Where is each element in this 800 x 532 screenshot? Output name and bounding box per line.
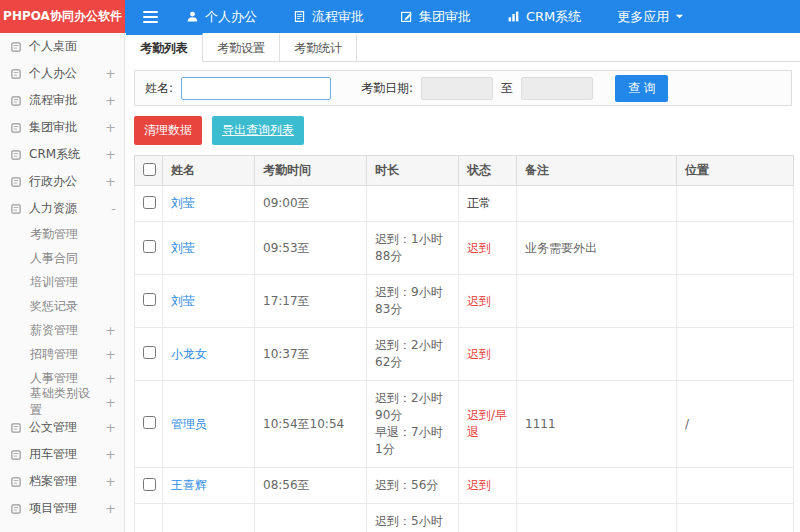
group-approve-icon bbox=[10, 122, 22, 134]
expand-toggle-icon[interactable]: + bbox=[105, 120, 116, 135]
menu-toggle-icon[interactable] bbox=[143, 11, 158, 23]
employee-name-link[interactable]: 小龙女 bbox=[171, 347, 207, 361]
filter-bar: 姓名: 考勤日期: 至 查 询 bbox=[134, 70, 792, 106]
location-cell bbox=[677, 222, 794, 275]
select-all-checkbox[interactable] bbox=[143, 163, 156, 176]
table-row: 王喜辉 08:56至 迟到：56分 迟到 bbox=[135, 468, 794, 504]
clear-data-button[interactable]: 清理数据 bbox=[134, 116, 202, 145]
employee-name-link[interactable]: 王喜辉 bbox=[171, 478, 207, 492]
duration-cell: 迟到：56分 bbox=[367, 468, 459, 504]
column-header: 状态 bbox=[459, 156, 517, 186]
sidebar-item[interactable]: 考勤管理 bbox=[0, 222, 124, 246]
tab-bar: 考勤列表 考勤设置 考勤统计 bbox=[126, 33, 800, 62]
row-checkbox[interactable] bbox=[143, 196, 156, 209]
expand-toggle-icon[interactable]: + bbox=[105, 474, 116, 489]
expand-toggle-icon[interactable]: + bbox=[105, 147, 116, 162]
attendance-time-cell: 09:00至 bbox=[255, 186, 367, 222]
sidebar-item[interactable]: 流程审批 + bbox=[0, 87, 124, 114]
export-list-button[interactable]: 导出查询列表 bbox=[212, 116, 304, 145]
bar-chart-icon bbox=[507, 10, 520, 23]
table-header-row: 姓名考勤时间时长状态备注位置 bbox=[135, 156, 794, 186]
row-checkbox[interactable] bbox=[143, 416, 156, 429]
row-checkbox[interactable] bbox=[143, 346, 156, 359]
expand-toggle-icon[interactable]: + bbox=[105, 66, 116, 81]
top-nav-item[interactable]: CRM系统 bbox=[507, 8, 581, 26]
tab-0[interactable]: 考勤列表 bbox=[126, 33, 203, 62]
note-cell: 1111 bbox=[517, 381, 677, 468]
app-logo[interactable]: PHPOA协同办公软件 bbox=[0, 0, 125, 33]
row-checkbox[interactable] bbox=[143, 478, 156, 491]
expand-toggle-icon[interactable]: + bbox=[105, 347, 116, 362]
note-cell: 业务需要外出 bbox=[517, 222, 677, 275]
sidebar-item[interactable]: 档案管理 + bbox=[0, 468, 124, 495]
sidebar-item[interactable]: 项目管理 + bbox=[0, 495, 124, 522]
date-start-input[interactable] bbox=[421, 77, 493, 100]
column-header: 位置 bbox=[677, 156, 794, 186]
expand-toggle-icon[interactable]: + bbox=[105, 323, 116, 338]
expand-toggle-icon[interactable]: + bbox=[105, 93, 116, 108]
duration-cell: 迟到：1小时88分 bbox=[367, 222, 459, 275]
expand-toggle-icon[interactable]: + bbox=[105, 174, 116, 189]
top-nav-item[interactable]: 流程审批 bbox=[293, 8, 364, 26]
note-cell bbox=[517, 504, 677, 532]
sidebar-item[interactable]: 个人桌面 bbox=[0, 33, 124, 60]
sidebar-item[interactable]: 人力资源 - bbox=[0, 195, 124, 222]
location-cell bbox=[677, 186, 794, 222]
attendance-table: 姓名考勤时间时长状态备注位置 刘莹 09:00至 正常 刘莹 09:53至 迟到… bbox=[134, 155, 794, 532]
date-filter-label: 考勤日期: bbox=[361, 80, 413, 97]
sidebar-item[interactable]: CRM系统 + bbox=[0, 141, 124, 168]
employee-name-link[interactable]: 管理员 bbox=[171, 417, 207, 431]
location-cell bbox=[677, 275, 794, 328]
duration-cell bbox=[367, 186, 459, 222]
top-header: PHPOA协同办公软件 个人办公 流程审批 集团审批 CRM系统 更多应用 bbox=[0, 0, 800, 33]
employee-name-link[interactable]: 刘莹 bbox=[171, 241, 195, 255]
sidebar-item[interactable]: 奖惩记录 bbox=[0, 294, 124, 318]
main-content: 考勤列表 考勤设置 考勤统计 姓名: 考勤日期: 至 查 询 清理数据 导出查询… bbox=[126, 33, 800, 532]
attendance-time-cell: 17:17至 bbox=[255, 275, 367, 328]
status-text: 迟到/早退 bbox=[467, 408, 507, 439]
document-flow-icon bbox=[293, 10, 306, 23]
expand-toggle-icon[interactable]: + bbox=[105, 501, 116, 516]
date-end-input[interactable] bbox=[521, 77, 593, 100]
sidebar-item[interactable]: 招聘管理 + bbox=[0, 342, 124, 366]
location-cell bbox=[677, 328, 794, 381]
tab-2[interactable]: 考勤统计 bbox=[280, 33, 357, 61]
top-nav-item[interactable]: 集团审批 bbox=[400, 8, 471, 26]
duration-cell: 迟到：2小时62分 bbox=[367, 328, 459, 381]
row-checkbox[interactable] bbox=[143, 240, 156, 253]
table-row: 刘莹 17:17至 迟到：9小时83分 迟到 bbox=[135, 275, 794, 328]
name-filter-input[interactable] bbox=[181, 77, 331, 100]
status-text: 迟到 bbox=[467, 241, 491, 255]
sidebar-item[interactable]: 行政办公 + bbox=[0, 168, 124, 195]
column-header: 备注 bbox=[517, 156, 677, 186]
expand-toggle-icon[interactable]: + bbox=[105, 420, 116, 435]
employee-name-link[interactable]: 刘莹 bbox=[171, 196, 195, 210]
sidebar-item[interactable]: 薪资管理 + bbox=[0, 318, 124, 342]
expand-toggle-icon[interactable]: + bbox=[105, 395, 116, 410]
expand-toggle-icon[interactable]: - bbox=[111, 201, 116, 216]
expand-toggle-icon[interactable]: + bbox=[105, 447, 116, 462]
top-nav-item[interactable]: 个人办公 bbox=[186, 8, 257, 26]
tab-1[interactable]: 考勤设置 bbox=[203, 33, 280, 61]
column-header: 考勤时间 bbox=[255, 156, 367, 186]
sidebar-item[interactable]: 用车管理 + bbox=[0, 441, 124, 468]
top-nav: 个人办公 流程审批 集团审批 CRM系统 更多应用 bbox=[186, 8, 684, 26]
employee-name-link[interactable]: 刘莹 bbox=[171, 294, 195, 308]
duration-cell: 迟到：9小时83分 bbox=[367, 275, 459, 328]
search-button[interactable]: 查 询 bbox=[615, 75, 668, 102]
top-nav-item[interactable]: 更多应用 bbox=[617, 8, 684, 26]
action-buttons: 清理数据 导出查询列表 bbox=[134, 116, 792, 145]
sidebar-item[interactable]: 人事合同 bbox=[0, 246, 124, 270]
sidebar-item[interactable]: 基础类别设置 + bbox=[0, 390, 124, 414]
row-checkbox[interactable] bbox=[143, 293, 156, 306]
expand-toggle-icon[interactable]: + bbox=[105, 371, 116, 386]
sidebar-item[interactable]: 公文管理 + bbox=[0, 414, 124, 441]
archive-icon bbox=[10, 476, 22, 488]
attendance-time-cell: 08:56至 bbox=[255, 468, 367, 504]
sidebar-item[interactable]: 培训管理 bbox=[0, 270, 124, 294]
sidebar-item[interactable]: 集团审批 + bbox=[0, 114, 124, 141]
column-header: 时长 bbox=[367, 156, 459, 186]
sidebar-item[interactable]: 个人办公 + bbox=[0, 60, 124, 87]
table-row: 刘莹 09:00至 正常 bbox=[135, 186, 794, 222]
name-filter-label: 姓名: bbox=[145, 80, 173, 97]
